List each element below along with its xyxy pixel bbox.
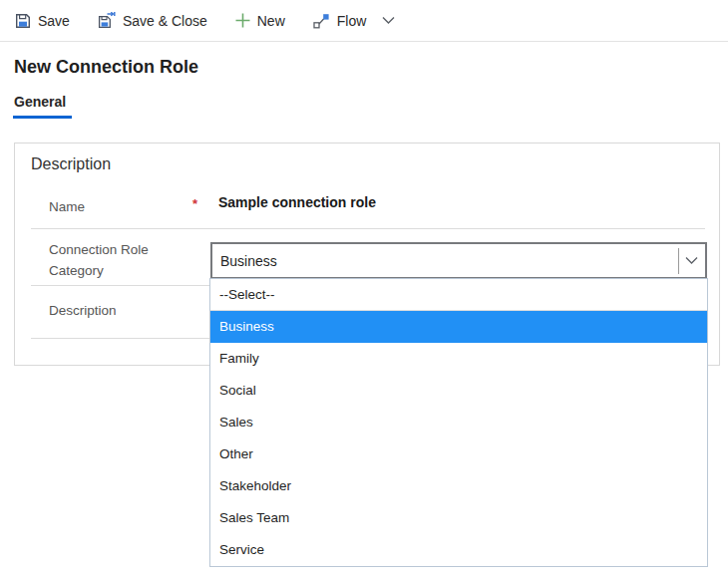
- dropdown-option-other[interactable]: Other: [210, 438, 707, 470]
- app-window: Save Save & Close New: [0, 0, 728, 578]
- save-icon: [15, 13, 31, 29]
- flow-dropdown-chevron[interactable]: [382, 16, 395, 25]
- flow-label: Flow: [337, 13, 367, 29]
- description-label: Description: [49, 300, 117, 321]
- tab-general[interactable]: General: [13, 94, 72, 119]
- row-divider: [31, 228, 705, 229]
- dropdown-option-sales-team[interactable]: Sales Team: [210, 502, 707, 534]
- save-button[interactable]: Save: [15, 13, 70, 29]
- category-dropdown-list: --Select-- Business Family Social Sales …: [209, 278, 708, 567]
- new-button[interactable]: New: [235, 13, 285, 29]
- dropdown-option-family[interactable]: Family: [210, 343, 707, 375]
- page-title: New Connection Role: [14, 57, 198, 78]
- dropdown-option-social[interactable]: Social: [210, 375, 707, 407]
- category-label: Connection Role Category: [49, 239, 171, 281]
- dropdown-option-business[interactable]: Business: [210, 311, 707, 343]
- dropdown-option-select[interactable]: --Select--: [210, 279, 707, 311]
- flow-icon: [313, 13, 330, 29]
- save-label: Save: [38, 13, 70, 29]
- new-label: New: [257, 13, 285, 29]
- required-asterisk: *: [192, 196, 197, 211]
- save-and-close-icon: [98, 12, 116, 29]
- dropdown-option-sales[interactable]: Sales: [210, 407, 707, 438]
- save-and-close-button[interactable]: Save & Close: [98, 12, 207, 29]
- dropdown-option-service[interactable]: Service: [210, 534, 707, 566]
- save-and-close-label: Save & Close: [123, 13, 207, 29]
- section-title: Description: [31, 155, 111, 173]
- category-select[interactable]: Business: [210, 242, 707, 279]
- name-value[interactable]: Sample connection role: [218, 194, 376, 210]
- category-select-value: Business: [212, 253, 678, 269]
- name-label: Name: [49, 196, 85, 217]
- command-bar: Save Save & Close New: [0, 0, 728, 42]
- select-divider: [678, 248, 679, 274]
- chevron-down-icon: [685, 256, 705, 265]
- plus-icon: [235, 13, 250, 28]
- flow-button[interactable]: Flow: [313, 13, 367, 29]
- dropdown-option-stakeholder[interactable]: Stakeholder: [210, 470, 707, 502]
